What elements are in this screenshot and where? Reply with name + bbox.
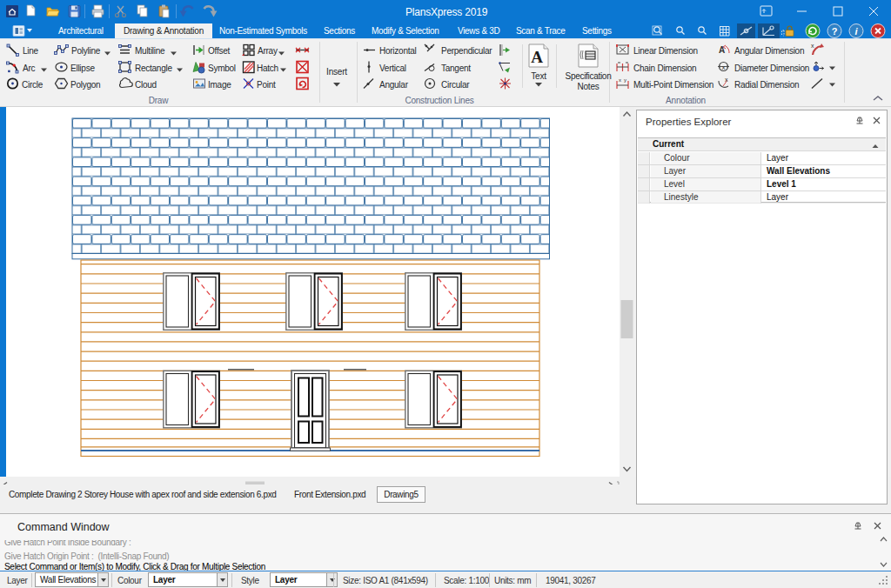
svg-text:Polyline: Polyline — [71, 46, 101, 56]
svg-text:Vertical: Vertical — [379, 63, 406, 73]
svg-text:y: y — [624, 77, 626, 83]
svg-text:Perpendicular: Perpendicular — [441, 46, 492, 56]
svg-text:Image: Image — [208, 80, 231, 90]
svg-text:Circular: Circular — [441, 80, 470, 90]
svg-text:Multi-Point Dimension: Multi-Point Dimension — [633, 80, 713, 90]
svg-text:Multiline: Multiline — [135, 46, 165, 56]
svg-text:Angular: Angular — [379, 80, 409, 90]
svg-text:Draw: Draw — [149, 96, 170, 105]
svg-text:Line: Line — [23, 46, 39, 56]
svg-text:x: x — [725, 77, 728, 83]
svg-text:Angular Dimension: Angular Dimension — [734, 46, 804, 56]
svg-text:Offset: Offset — [208, 46, 230, 56]
svg-text:Notes: Notes — [577, 82, 599, 91]
svg-text:x: x — [722, 63, 726, 71]
svg-text:Chain Dimension: Chain Dimension — [633, 63, 696, 73]
svg-text:x: x — [811, 43, 814, 49]
svg-text:Diameter Dimension: Diameter Dimension — [734, 63, 809, 73]
svg-text:x: x — [619, 77, 621, 83]
svg-text:Hatch: Hatch — [257, 63, 278, 73]
svg-text:Linear Dimension: Linear Dimension — [633, 46, 698, 56]
svg-text:Symbol: Symbol — [208, 63, 236, 73]
svg-text:Tangent: Tangent — [441, 63, 471, 73]
svg-text:Cloud: Cloud — [135, 80, 157, 90]
svg-text:Construction Lines: Construction Lines — [405, 96, 473, 105]
svg-text:Text: Text — [531, 71, 546, 81]
svg-text:Circle: Circle — [22, 80, 44, 90]
svg-text:Radial Dimension: Radial Dimension — [734, 80, 799, 90]
svg-text:?: ? — [832, 26, 838, 37]
svg-text:Point: Point — [257, 80, 276, 90]
svg-text:Insert: Insert — [326, 67, 347, 77]
svg-text:Arc: Arc — [23, 63, 36, 73]
svg-text:Array: Array — [258, 46, 278, 56]
svg-text:Polygon: Polygon — [70, 80, 100, 90]
svg-text:Ellipse: Ellipse — [70, 63, 95, 73]
svg-text:Specification: Specification — [566, 71, 612, 81]
svg-text:A: A — [531, 48, 543, 66]
svg-text:Rectangle: Rectangle — [135, 63, 172, 73]
svg-text:Horizontal: Horizontal — [379, 46, 417, 56]
svg-text:Annotation: Annotation — [666, 96, 706, 105]
